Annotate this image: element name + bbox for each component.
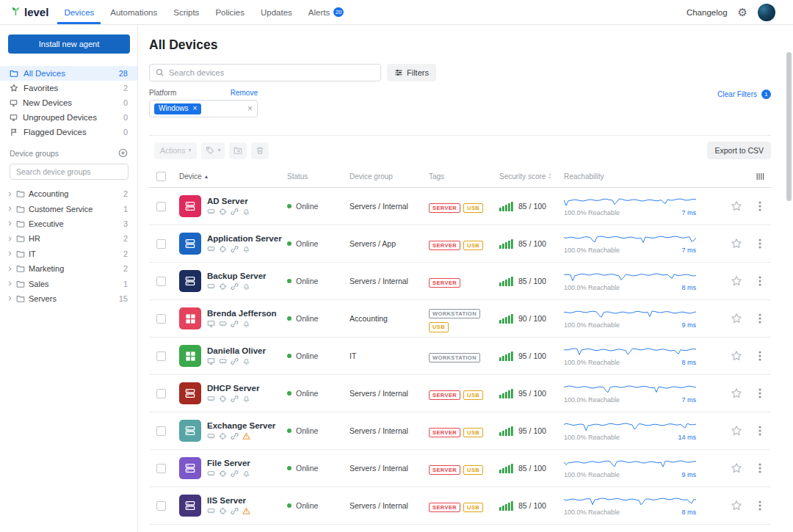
app-logo[interactable]: level — [10, 0, 48, 24]
column-settings-icon[interactable] — [756, 172, 765, 181]
select-all-checkbox[interactable] — [156, 172, 166, 181]
device-name-link[interactable]: DHCP Server — [207, 384, 259, 393]
device-name-link[interactable]: AD Server — [207, 197, 250, 205]
row-menu-kebab-icon[interactable] — [758, 500, 761, 511]
favorite-star-icon[interactable] — [731, 350, 742, 362]
delete-devices-button[interactable] — [251, 142, 269, 159]
favorite-star-icon[interactable] — [731, 200, 742, 212]
favorite-star-icon[interactable] — [731, 238, 742, 249]
device-name-link[interactable]: Daniella Oliver — [207, 346, 266, 355]
sidebar-item-new-devices[interactable]: New Devices0 — [0, 95, 137, 110]
sidebar-item-all-devices[interactable]: All Devices28 — [0, 66, 137, 81]
user-avatar[interactable] — [758, 4, 775, 21]
row-menu-kebab-icon[interactable] — [758, 351, 761, 361]
latency-value: 7 ms — [681, 396, 696, 404]
move-to-group-button[interactable] — [229, 142, 247, 159]
row-checkbox[interactable] — [156, 426, 166, 436]
device-group-search-input[interactable] — [10, 164, 128, 180]
favorite-star-icon[interactable] — [731, 500, 742, 511]
tag-icon — [206, 146, 214, 155]
device-group-servers[interactable]: Servers15 — [0, 291, 137, 306]
nav-item-updates[interactable]: Updates — [254, 0, 299, 24]
row-menu-kebab-icon[interactable] — [758, 276, 761, 286]
device-group-accounting[interactable]: Accounting2 — [0, 186, 137, 201]
favorite-star-icon[interactable] — [731, 275, 742, 287]
server-rack-tile-icon — [179, 195, 201, 217]
nav-item-scripts[interactable]: Scripts — [167, 0, 206, 24]
actions-dropdown[interactable]: Actions ▾ — [154, 142, 197, 159]
online-status-dot — [287, 354, 292, 358]
device-name-link[interactable]: File Server — [207, 459, 250, 467]
platform-filter-chip[interactable]: Windows × — [154, 103, 201, 114]
column-header-tags[interactable]: Tags — [429, 172, 499, 181]
device-group-marketing[interactable]: Marketing2 — [0, 261, 137, 276]
row-checkbox[interactable] — [156, 277, 166, 286]
row-checkbox[interactable] — [156, 202, 166, 211]
chip-remove-icon[interactable]: × — [193, 105, 198, 112]
install-new-agent-button[interactable]: Install new agent — [8, 34, 130, 54]
favorite-star-icon[interactable] — [731, 462, 742, 474]
favorite-star-icon[interactable] — [731, 425, 742, 437]
row-checkbox[interactable] — [156, 464, 166, 473]
row-menu-kebab-icon[interactable] — [758, 201, 761, 211]
nav-item-label: Scripts — [173, 8, 199, 17]
device-search-input[interactable] — [169, 68, 374, 77]
row-checkbox[interactable] — [156, 389, 166, 398]
row-checkbox[interactable] — [156, 501, 166, 511]
device-name-link[interactable]: Backup Server — [207, 272, 267, 280]
bell-icon — [242, 470, 250, 478]
sidebar-item-flagged-devices[interactable]: Flagged Devices0 — [0, 125, 137, 139]
scrollbar-thumb[interactable] — [786, 52, 792, 201]
changelog-link[interactable]: Changelog — [687, 8, 728, 17]
row-checkbox[interactable] — [156, 351, 166, 361]
sidebar-item-favorites[interactable]: Favorites2 — [0, 81, 137, 95]
device-name-link[interactable]: IIS Server — [207, 496, 250, 505]
column-header-device-group[interactable]: Device group — [350, 172, 429, 181]
device-group-executive[interactable]: Executive3 — [0, 216, 137, 231]
status-label: Online — [296, 464, 318, 473]
filter-box-clear-icon[interactable]: × — [247, 104, 253, 113]
export-csv-button[interactable]: Export to CSV — [707, 142, 771, 159]
row-menu-kebab-icon[interactable] — [758, 313, 761, 324]
column-header-reachability[interactable]: Reachability — [564, 172, 708, 181]
device-group-customer-service[interactable]: Customer Service1 — [0, 201, 137, 216]
row-menu-kebab-icon[interactable] — [758, 388, 761, 398]
column-header-security-score[interactable]: Security score — [499, 172, 564, 181]
row-menu-kebab-icon[interactable] — [758, 426, 761, 436]
nav-item-label: Policies — [215, 8, 245, 17]
device-group-it[interactable]: IT2 — [0, 247, 137, 261]
tag-badge-usb: USB — [429, 322, 449, 332]
device-name-link[interactable]: Exchange Server — [207, 421, 275, 430]
column-header-status[interactable]: Status — [287, 172, 350, 181]
bulk-actions-toolbar: Actions ▾ ▾ Export to CSV — [149, 136, 771, 165]
row-checkbox[interactable] — [156, 314, 166, 324]
row-menu-kebab-icon[interactable] — [758, 463, 761, 473]
row-menu-kebab-icon[interactable] — [758, 238, 761, 249]
device-group-sales[interactable]: Sales1 — [0, 276, 137, 291]
column-header-device[interactable]: Device ▲ — [179, 172, 287, 181]
settings-gear-icon[interactable]: ⚙ — [738, 7, 747, 18]
nav-item-policies[interactable]: Policies — [209, 0, 251, 24]
tag-dropdown-button[interactable]: ▾ — [201, 142, 225, 159]
tag-badge-server: SERVER — [429, 503, 460, 513]
nav-item-devices[interactable]: Devices — [57, 0, 101, 24]
sidebar-item-ungrouped-devices[interactable]: Ungrouped Devices0 — [0, 110, 137, 125]
remove-filter-link[interactable]: Remove — [231, 89, 258, 97]
nav-item-automations[interactable]: Automations — [104, 0, 164, 24]
favorite-star-icon[interactable] — [731, 313, 742, 324]
device-name-link[interactable]: Brenda Jefferson — [207, 309, 277, 318]
clear-filters-link[interactable]: Clear Filters — [717, 90, 757, 98]
device-group-hr[interactable]: HR2 — [0, 231, 137, 246]
nav-item-alerts[interactable]: Alerts20 — [302, 0, 350, 24]
filters-button[interactable]: Filters — [387, 64, 436, 81]
add-device-group-icon[interactable] — [118, 148, 128, 158]
reachability-percent: 100.0% Reachable — [564, 359, 620, 366]
folder-icon — [16, 219, 25, 228]
status-label: Online — [296, 314, 318, 323]
group-label: Accounting — [29, 189, 120, 198]
row-checkbox[interactable] — [156, 239, 166, 249]
device-name-link[interactable]: Application Server — [207, 234, 282, 243]
ram-icon — [207, 507, 215, 515]
favorite-star-icon[interactable] — [731, 387, 742, 399]
reachability-sparkline — [564, 233, 708, 246]
